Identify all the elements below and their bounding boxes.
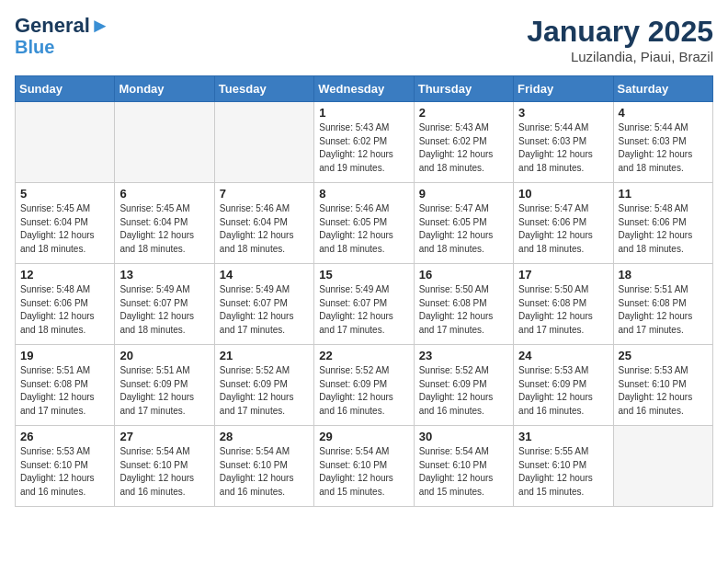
day-info: Sunrise: 5:50 AMSunset: 6:08 PMDaylight:…: [518, 283, 608, 337]
week-row-3: 19Sunrise: 5:51 AMSunset: 6:08 PMDayligh…: [16, 345, 713, 426]
day-cell: 5Sunrise: 5:45 AMSunset: 6:04 PMDaylight…: [16, 183, 115, 264]
day-info: Sunrise: 5:45 AMSunset: 6:04 PMDaylight:…: [119, 202, 209, 256]
logo-text: General►: [15, 15, 110, 37]
header-monday: Monday: [115, 76, 214, 102]
day-cell: 11Sunrise: 5:48 AMSunset: 6:06 PMDayligh…: [613, 183, 712, 264]
day-number: 18: [619, 268, 708, 282]
day-info: Sunrise: 5:45 AMSunset: 6:04 PMDaylight:…: [20, 202, 109, 256]
day-number: 29: [319, 430, 408, 443]
title-block: January 2025 Luzilandia, Piaui, Brazil: [527, 15, 713, 64]
header-friday: Friday: [514, 76, 613, 102]
week-row-0: 1Sunrise: 5:43 AMSunset: 6:02 PMDaylight…: [16, 102, 713, 183]
week-row-2: 12Sunrise: 5:48 AMSunset: 6:06 PMDayligh…: [16, 264, 713, 345]
header-saturday: Saturday: [613, 76, 712, 102]
day-cell: 19Sunrise: 5:51 AMSunset: 6:08 PMDayligh…: [16, 345, 115, 426]
day-cell: 20Sunrise: 5:51 AMSunset: 6:09 PMDayligh…: [115, 345, 214, 426]
day-number: 9: [419, 187, 508, 201]
day-cell: 16Sunrise: 5:50 AMSunset: 6:08 PMDayligh…: [414, 264, 513, 345]
day-info: Sunrise: 5:54 AMSunset: 6:10 PMDaylight:…: [119, 445, 209, 499]
week-row-1: 5Sunrise: 5:45 AMSunset: 6:04 PMDaylight…: [16, 183, 713, 264]
day-info: Sunrise: 5:53 AMSunset: 6:09 PMDaylight:…: [518, 364, 608, 418]
day-info: Sunrise: 5:49 AMSunset: 6:07 PMDaylight:…: [220, 283, 309, 337]
header-sunday: Sunday: [16, 76, 115, 102]
day-number: 24: [518, 349, 608, 362]
day-number: 8: [319, 187, 408, 201]
day-number: 20: [119, 349, 209, 362]
day-cell: 8Sunrise: 5:46 AMSunset: 6:05 PMDaylight…: [314, 183, 414, 264]
day-cell: 1Sunrise: 5:43 AMSunset: 6:02 PMDaylight…: [314, 102, 414, 183]
day-info: Sunrise: 5:50 AMSunset: 6:08 PMDaylight:…: [419, 283, 508, 337]
header-thursday: Thursday: [414, 76, 513, 102]
day-info: Sunrise: 5:49 AMSunset: 6:07 PMDaylight:…: [119, 283, 209, 337]
month-year: January 2025: [527, 15, 713, 49]
day-number: 10: [518, 187, 608, 201]
day-info: Sunrise: 5:46 AMSunset: 6:04 PMDaylight:…: [220, 202, 309, 256]
day-number: 25: [619, 349, 708, 362]
day-cell: [613, 426, 712, 507]
day-cell: 21Sunrise: 5:52 AMSunset: 6:09 PMDayligh…: [214, 345, 313, 426]
day-cell: 6Sunrise: 5:45 AMSunset: 6:04 PMDaylight…: [115, 183, 214, 264]
day-cell: 15Sunrise: 5:49 AMSunset: 6:07 PMDayligh…: [314, 264, 414, 345]
day-cell: 27Sunrise: 5:54 AMSunset: 6:10 PMDayligh…: [115, 426, 214, 507]
day-info: Sunrise: 5:54 AMSunset: 6:10 PMDaylight:…: [419, 445, 508, 499]
day-info: Sunrise: 5:47 AMSunset: 6:05 PMDaylight:…: [419, 202, 508, 256]
day-info: Sunrise: 5:43 AMSunset: 6:02 PMDaylight:…: [419, 121, 508, 175]
day-info: Sunrise: 5:51 AMSunset: 6:08 PMDaylight:…: [619, 283, 708, 337]
day-cell: [115, 102, 214, 183]
day-number: 31: [518, 430, 608, 443]
day-number: 16: [419, 268, 508, 282]
day-info: Sunrise: 5:49 AMSunset: 6:07 PMDaylight:…: [319, 283, 408, 337]
day-info: Sunrise: 5:44 AMSunset: 6:03 PMDaylight:…: [518, 121, 608, 175]
day-number: 7: [220, 187, 309, 201]
day-cell: 14Sunrise: 5:49 AMSunset: 6:07 PMDayligh…: [214, 264, 313, 345]
day-cell: 12Sunrise: 5:48 AMSunset: 6:06 PMDayligh…: [16, 264, 115, 345]
day-number: 11: [619, 187, 708, 201]
day-number: 2: [419, 106, 508, 120]
day-cell: [16, 102, 115, 183]
day-info: Sunrise: 5:53 AMSunset: 6:10 PMDaylight:…: [619, 364, 708, 418]
day-info: Sunrise: 5:54 AMSunset: 6:10 PMDaylight:…: [319, 445, 408, 499]
calendar: Sunday Monday Tuesday Wednesday Thursday…: [15, 75, 713, 507]
day-cell: 25Sunrise: 5:53 AMSunset: 6:10 PMDayligh…: [613, 345, 712, 426]
day-info: Sunrise: 5:53 AMSunset: 6:10 PMDaylight:…: [20, 445, 109, 499]
day-cell: 13Sunrise: 5:49 AMSunset: 6:07 PMDayligh…: [115, 264, 214, 345]
day-number: 30: [419, 430, 508, 443]
day-cell: 10Sunrise: 5:47 AMSunset: 6:06 PMDayligh…: [514, 183, 613, 264]
day-cell: 7Sunrise: 5:46 AMSunset: 6:04 PMDaylight…: [214, 183, 313, 264]
day-cell: 17Sunrise: 5:50 AMSunset: 6:08 PMDayligh…: [514, 264, 613, 345]
day-cell: 30Sunrise: 5:54 AMSunset: 6:10 PMDayligh…: [414, 426, 513, 507]
day-cell: 23Sunrise: 5:52 AMSunset: 6:09 PMDayligh…: [414, 345, 513, 426]
day-info: Sunrise: 5:47 AMSunset: 6:06 PMDaylight:…: [518, 202, 608, 256]
logo-blue: Blue: [15, 37, 110, 57]
day-cell: 29Sunrise: 5:54 AMSunset: 6:10 PMDayligh…: [314, 426, 414, 507]
day-cell: 2Sunrise: 5:43 AMSunset: 6:02 PMDaylight…: [414, 102, 513, 183]
day-number: 15: [319, 268, 408, 282]
header-tuesday: Tuesday: [214, 76, 313, 102]
day-number: 6: [119, 187, 209, 201]
day-cell: 31Sunrise: 5:55 AMSunset: 6:10 PMDayligh…: [514, 426, 613, 507]
day-info: Sunrise: 5:54 AMSunset: 6:10 PMDaylight:…: [220, 445, 309, 499]
day-number: 1: [319, 106, 408, 120]
day-info: Sunrise: 5:51 AMSunset: 6:08 PMDaylight:…: [20, 364, 109, 418]
day-number: 21: [220, 349, 309, 362]
header-wednesday: Wednesday: [314, 76, 414, 102]
day-cell: 18Sunrise: 5:51 AMSunset: 6:08 PMDayligh…: [613, 264, 712, 345]
day-info: Sunrise: 5:44 AMSunset: 6:03 PMDaylight:…: [619, 121, 708, 175]
day-cell: 28Sunrise: 5:54 AMSunset: 6:10 PMDayligh…: [214, 426, 313, 507]
page-header: General► Blue January 2025 Luzilandia, P…: [15, 15, 713, 64]
day-cell: 26Sunrise: 5:53 AMSunset: 6:10 PMDayligh…: [16, 426, 115, 507]
day-info: Sunrise: 5:48 AMSunset: 6:06 PMDaylight:…: [619, 202, 708, 256]
day-cell: 3Sunrise: 5:44 AMSunset: 6:03 PMDaylight…: [514, 102, 613, 183]
logo: General► Blue: [15, 15, 110, 57]
day-info: Sunrise: 5:51 AMSunset: 6:09 PMDaylight:…: [119, 364, 209, 418]
day-info: Sunrise: 5:46 AMSunset: 6:05 PMDaylight:…: [319, 202, 408, 256]
day-info: Sunrise: 5:52 AMSunset: 6:09 PMDaylight:…: [319, 364, 408, 418]
day-number: 3: [518, 106, 608, 120]
day-info: Sunrise: 5:52 AMSunset: 6:09 PMDaylight:…: [220, 364, 309, 418]
day-number: 17: [518, 268, 608, 282]
calendar-header-row: Sunday Monday Tuesday Wednesday Thursday…: [16, 76, 713, 102]
day-number: 26: [20, 430, 109, 443]
day-number: 28: [220, 430, 309, 443]
day-info: Sunrise: 5:48 AMSunset: 6:06 PMDaylight:…: [20, 283, 109, 337]
day-info: Sunrise: 5:55 AMSunset: 6:10 PMDaylight:…: [518, 445, 608, 499]
